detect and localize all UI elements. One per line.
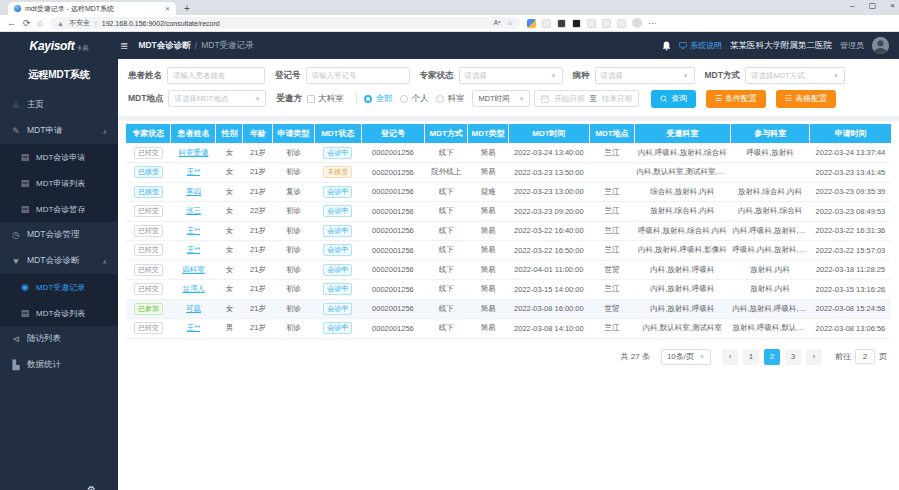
reg-no-input[interactable] — [306, 67, 410, 84]
mdt-status-cell: 未接受 — [314, 163, 361, 183]
time-type-select[interactable]: MDT时间▼ — [472, 90, 530, 107]
mdt-mode-cell: 线下 — [424, 241, 467, 261]
notification-bell-icon[interactable] — [662, 41, 671, 51]
patient-name-link[interactable]: 王** — [187, 167, 200, 176]
major-dept-checkbox[interactable]: 大科室 — [307, 93, 344, 105]
table-row: 已转交王**女21岁初诊会诊中0002001256线下简易2022-03-22 … — [126, 221, 891, 241]
refresh-icon[interactable]: ⟳ — [23, 19, 31, 28]
system-help-link[interactable]: 系统说明 — [679, 40, 722, 51]
expert-status-select[interactable]: 请选择▼ — [459, 67, 563, 84]
extension-icon[interactable] — [557, 19, 566, 28]
home-icon[interactable]: ⌂ — [38, 19, 43, 28]
window-close-icon[interactable]: × — [890, 1, 895, 10]
prev-page-button[interactable]: ‹ — [722, 349, 738, 365]
mdt-mode-cell: 线下 — [424, 221, 467, 241]
total-count: 共 27 条 — [621, 351, 650, 362]
user-avatar[interactable] — [872, 37, 889, 54]
checkbox-icon — [307, 95, 315, 103]
radio-icon — [400, 95, 408, 103]
apply-type-cell: 初诊 — [273, 319, 314, 339]
sidebar-item-MDT会诊管理[interactable]: ◷MDT会诊管理 — [0, 222, 118, 248]
table-config-button[interactable]: ☷ 表格配置 — [776, 90, 836, 108]
joined-depts-cell: 内科,放射科,综合科 — [730, 202, 810, 222]
invitee-radio-科室[interactable]: 科室 — [436, 93, 464, 105]
condition-config-button[interactable]: ☰ 条件配置 — [706, 90, 766, 108]
settings-gear-icon[interactable]: ⚙ — [87, 484, 96, 490]
patient-name-link[interactable]: 可载 — [186, 304, 201, 313]
sidebar-item-随访列表[interactable]: ⊲随访列表 — [0, 326, 118, 352]
patient-name-input[interactable] — [167, 67, 265, 84]
gender-cell: 男 — [216, 319, 243, 339]
address-bar[interactable]: ▲ 不安全 | 192.168.0.156:9002/consultate/re… — [50, 17, 520, 29]
apply-time-cell: 2022-03-24 13:37:44 — [810, 143, 891, 163]
new-tab-icon[interactable]: + — [184, 3, 190, 14]
patient-name-link[interactable]: 王** — [187, 245, 200, 254]
browser-profile-icon[interactable] — [632, 18, 642, 28]
patient-name-link[interactable]: 王** — [187, 226, 200, 235]
mdt-place-cell: 世贸 — [589, 260, 634, 280]
table-row: 已接受王**女21岁初诊未接受0002001256院外线上简易2022-03-2… — [126, 163, 891, 183]
sidebar-item-MDT会诊列表[interactable]: ▤MDT会诊列表 — [0, 300, 118, 326]
status-badge: 会诊中 — [323, 244, 352, 256]
collections-icon[interactable] — [617, 19, 626, 28]
extension-icon[interactable] — [527, 19, 536, 28]
next-page-button[interactable]: › — [806, 349, 822, 365]
read-aloud-icon[interactable]: Aᵃ — [493, 19, 500, 27]
sidebar-item-label: MDT会诊申请 — [36, 152, 85, 163]
page-jump-input[interactable] — [855, 349, 875, 364]
sidebar-item-MDT受邀记录[interactable]: ◉MDT受邀记录 — [0, 274, 118, 300]
apply-time-cell: 2022-03-22 15:57:03 — [810, 241, 891, 261]
mdt-mode-select[interactable]: 请选择MDT方式▼ — [745, 67, 845, 84]
patient-name-link[interactable]: 四科室 — [182, 265, 205, 274]
patient-name-cell: 可载 — [171, 299, 216, 319]
page-button-1[interactable]: 1 — [743, 349, 759, 365]
apply-time-cell: 2022-03-18 11:28:25 — [810, 260, 891, 280]
sidebar-item-主页[interactable]: ⌂主页 — [0, 92, 118, 118]
page-size-select[interactable]: 10条/页 ▼ — [661, 349, 711, 365]
invitee-radio-个人[interactable]: 个人 — [400, 93, 428, 105]
sidebar-item-MDT申请列表[interactable]: ▤MDT申请列表 — [0, 170, 118, 196]
browser-menu-icon[interactable]: ⋯ — [648, 19, 657, 28]
patient-name-link[interactable]: 台湾人 — [182, 284, 205, 293]
age-cell: 21岁 — [243, 319, 273, 339]
sidebar-collapse-icon[interactable]: ≣ — [120, 40, 128, 51]
patient-name-link[interactable]: 科室受邀 — [178, 148, 208, 157]
mdt-place-select[interactable]: 请选择MDT地点▼ — [168, 90, 266, 107]
status-badge: 会诊中 — [323, 205, 352, 217]
mdt-time-cell: 2022-03-15 14:00:00 — [508, 280, 589, 300]
page-button-2[interactable]: 2 — [764, 349, 780, 365]
patient-name-link[interactable]: 王** — [187, 323, 200, 332]
sidebar-item-MDT会诊申请[interactable]: ▤MDT会诊申请 — [0, 144, 118, 170]
expert-status-cell: 已转交 — [126, 319, 171, 339]
edit-icon: ✎ — [11, 126, 21, 136]
back-icon[interactable]: ← — [7, 19, 16, 28]
patient-name-link[interactable]: 张三 — [186, 206, 201, 215]
browser-tab[interactable]: mdt受邀记录 - 远程MDT系统 × — [8, 2, 176, 15]
window-maximize-icon[interactable]: ▢ — [869, 1, 877, 10]
extension-icon[interactable] — [587, 19, 596, 28]
extension-icon[interactable] — [542, 19, 551, 28]
tab-close-icon[interactable]: × — [165, 5, 170, 13]
invited-depts-cell: 内科,放射科,呼吸科 — [634, 299, 730, 319]
date-range-picker[interactable]: 开始日期 至 结束日期 — [534, 90, 639, 107]
search-form: 患者姓名 登记号 专家状态 请选择▼ 病种 请选择▼ MDT方式 请选择MDT方… — [118, 59, 899, 121]
main-content: 患者姓名 登记号 专家状态 请选择▼ 病种 请选择▼ MDT方式 请选择MDT方… — [118, 59, 899, 490]
page-button-3[interactable]: 3 — [785, 349, 801, 365]
query-button[interactable]: 查询 — [651, 90, 696, 108]
column-header: 受邀科室 — [634, 124, 730, 143]
patient-name-link[interactable]: 李四 — [186, 187, 201, 196]
split-screen-icon[interactable] — [602, 19, 611, 28]
window-minimize-icon[interactable]: – — [850, 1, 854, 10]
sidebar-item-MDT会诊暂存[interactable]: ▤MDT会诊暂存 — [0, 196, 118, 222]
age-cell: 21岁 — [243, 221, 273, 241]
sidebar-item-MDT申请[interactable]: ✎MDT申请∧ — [0, 118, 118, 144]
disease-select[interactable]: 请选择▼ — [595, 67, 695, 84]
extension-icon[interactable] — [572, 19, 581, 28]
invitee-radio-全部[interactable]: 全部 — [364, 93, 392, 105]
favorite-star-icon[interactable]: ☆ — [507, 19, 513, 27]
status-badge: 已转交 — [134, 264, 163, 276]
sidebar-item-数据统计[interactable]: ▙数据统计 — [0, 352, 118, 378]
reg-no-cell: 0002001256 — [361, 163, 424, 183]
sidebar-item-MDT会诊诊断[interactable]: ♥MDT会诊诊断∧ — [0, 248, 118, 274]
table-row: 已接受李四女21岁复诊会诊中0002001256线下疑难2022-03-23 1… — [126, 182, 891, 202]
